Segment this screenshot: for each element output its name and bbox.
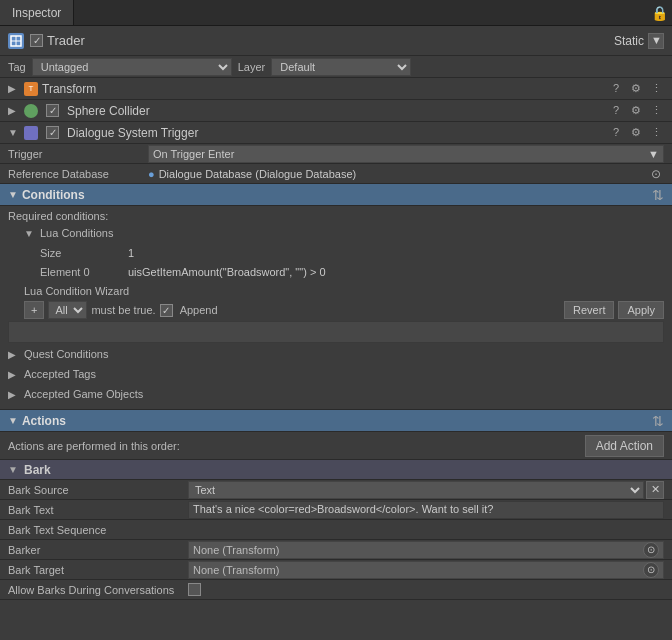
layer-label: Layer bbox=[238, 61, 266, 73]
dialogue-menu-icon[interactable]: ⋮ bbox=[648, 126, 664, 139]
object-name: Trader bbox=[47, 33, 614, 48]
revert-button[interactable]: Revert bbox=[564, 301, 614, 319]
help-icon[interactable]: ? bbox=[608, 82, 624, 95]
ref-db-dot: ● bbox=[148, 168, 155, 180]
conditions-area: Required conditions: ▼ Lua Conditions Si… bbox=[0, 206, 672, 410]
barker-value-wrapper: None (Transform) ⊙ bbox=[188, 541, 664, 559]
dialogue-label: Dialogue System Trigger bbox=[67, 126, 604, 140]
sphere-active-checkbox[interactable] bbox=[46, 104, 59, 117]
append-checkbox[interactable] bbox=[160, 304, 173, 317]
bark-source-row: Bark Source Text ✕ bbox=[0, 480, 672, 500]
conditions-expand-arrow: ▼ bbox=[8, 189, 18, 200]
ref-db-value-wrapper: ● Dialogue Database (Dialogue Database) bbox=[148, 168, 648, 180]
static-toggle: Static ▼ bbox=[614, 33, 664, 49]
tab-label: Inspector bbox=[12, 6, 61, 20]
dialogue-help-icon[interactable]: ? bbox=[608, 126, 624, 139]
inspector-tab[interactable]: Inspector bbox=[0, 0, 74, 25]
transform-label: Transform bbox=[42, 82, 604, 96]
transform-component[interactable]: ▶ T Transform ? ⚙ ⋮ bbox=[0, 78, 672, 100]
barker-select-button[interactable]: ⊙ bbox=[643, 542, 659, 558]
allow-barks-label: Allow Barks During Conversations bbox=[8, 584, 188, 596]
tag-select[interactable]: Untagged bbox=[32, 58, 232, 76]
lua-fields: Size 1 Element 0 uisGetItemAmount("Broad… bbox=[24, 244, 664, 281]
layer-select[interactable]: Default bbox=[271, 58, 411, 76]
bark-expand-arrow: ▼ bbox=[8, 464, 20, 475]
bark-text-row: Bark Text That's a nice <color=red>Broad… bbox=[0, 500, 672, 520]
ref-db-label: Reference Database bbox=[8, 168, 148, 180]
sphere-label: Sphere Collider bbox=[67, 104, 604, 118]
quest-conditions-label: Quest Conditions bbox=[24, 348, 108, 360]
bark-title: Bark bbox=[24, 463, 51, 477]
expand-arrow-transform: ▶ bbox=[8, 83, 20, 94]
quest-conditions-item[interactable]: ▶ Quest Conditions bbox=[8, 345, 664, 363]
conditions-section-right: ⇅ bbox=[652, 187, 664, 203]
trigger-field-row: Trigger On Trigger Enter ▼ bbox=[0, 144, 672, 164]
lua-wizard-section: Lua Condition Wizard + All must be true.… bbox=[24, 285, 664, 319]
ref-db-value: Dialogue Database (Dialogue Database) bbox=[159, 168, 357, 180]
bark-source-clear-button[interactable]: ✕ bbox=[646, 481, 664, 499]
actions-section-header[interactable]: ▼ Actions ⇅ bbox=[0, 410, 672, 432]
expand-arrow-sphere: ▶ bbox=[8, 105, 20, 116]
bark-text-value[interactable]: That's a nice <color=red>Broadsword</col… bbox=[188, 501, 664, 519]
sphere-settings-icon[interactable]: ⚙ bbox=[628, 104, 644, 117]
bark-source-select[interactable]: Text bbox=[188, 481, 644, 499]
lua-size-label: Size bbox=[40, 247, 120, 259]
must-be-label: must be true. bbox=[91, 304, 155, 316]
accepted-tags-item[interactable]: ▶ Accepted Tags bbox=[8, 365, 664, 383]
settings-icon[interactable]: ⚙ bbox=[628, 82, 644, 95]
lua-conditions-block: ▼ Lua Conditions Size 1 Element 0 uisGet… bbox=[8, 224, 664, 319]
active-checkbox[interactable] bbox=[30, 34, 43, 47]
bark-target-row: Bark Target None (Transform) ⊙ bbox=[0, 560, 672, 580]
required-label: Required conditions: bbox=[8, 210, 664, 222]
conditions-section-header[interactable]: ▼ Conditions ⇅ bbox=[0, 184, 672, 206]
lua-size-row: Size 1 bbox=[40, 244, 664, 262]
expand-arrow-dialogue: ▼ bbox=[8, 127, 20, 138]
actions-intro-row: Actions are performed in this order: Add… bbox=[0, 432, 672, 460]
apply-button[interactable]: Apply bbox=[618, 301, 664, 319]
reference-db-field-row: Reference Database ● Dialogue Database (… bbox=[0, 164, 672, 184]
sphere-collider-component[interactable]: ▶ Sphere Collider ? ⚙ ⋮ bbox=[0, 100, 672, 122]
sphere-icon bbox=[24, 104, 38, 118]
conditions-empty-area bbox=[8, 321, 664, 343]
dialogue-actions: ? ⚙ ⋮ bbox=[608, 126, 664, 139]
accepted-objects-expand-arrow: ▶ bbox=[8, 389, 20, 400]
plus-button[interactable]: + bbox=[24, 301, 44, 319]
add-action-button[interactable]: Add Action bbox=[585, 435, 664, 457]
actions-intro-text: Actions are performed in this order: bbox=[8, 440, 180, 452]
object-icon bbox=[8, 33, 24, 49]
bark-text-seq-label: Bark Text Sequence bbox=[8, 524, 188, 536]
append-check: Append bbox=[160, 304, 218, 317]
static-dropdown[interactable]: ▼ bbox=[648, 33, 664, 49]
bark-source-wrapper: Text ✕ bbox=[188, 481, 664, 499]
lua-element-value: uisGetItemAmount("Broadsword", "") > 0 bbox=[128, 266, 326, 278]
actions-section-right: ⇅ bbox=[652, 413, 664, 429]
sphere-help-icon[interactable]: ? bbox=[608, 104, 624, 117]
trigger-select[interactable]: On Trigger Enter ▼ bbox=[148, 145, 664, 163]
bark-section-header[interactable]: ▼ Bark bbox=[0, 460, 672, 480]
barker-row: Barker None (Transform) ⊙ bbox=[0, 540, 672, 560]
actions-title: Actions bbox=[22, 414, 66, 428]
accepted-tags-expand-arrow: ▶ bbox=[8, 369, 20, 380]
dialogue-trigger-component[interactable]: ▼ Dialogue System Trigger ? ⚙ ⋮ bbox=[0, 122, 672, 144]
quest-expand-arrow: ▶ bbox=[8, 349, 20, 360]
trigger-label: Trigger bbox=[8, 148, 148, 160]
sphere-menu-icon[interactable]: ⋮ bbox=[648, 104, 664, 117]
actions-more-icon[interactable]: ⇅ bbox=[652, 413, 664, 429]
bark-target-select-button[interactable]: ⊙ bbox=[643, 562, 659, 578]
conditions-title: Conditions bbox=[22, 188, 85, 202]
all-select[interactable]: All bbox=[48, 301, 87, 319]
accepted-objects-item[interactable]: ▶ Accepted Game Objects bbox=[8, 385, 664, 403]
ref-db-select-icon[interactable]: ⊙ bbox=[648, 167, 664, 181]
transform-icon: T bbox=[24, 82, 38, 96]
menu-icon[interactable]: ⋮ bbox=[648, 82, 664, 95]
allow-barks-checkbox[interactable] bbox=[188, 583, 201, 596]
dialogue-active-checkbox[interactable] bbox=[46, 126, 59, 139]
lua-wizard-row: + All must be true. Append Revert Apply bbox=[24, 301, 664, 319]
dialogue-settings-icon[interactable]: ⚙ bbox=[628, 126, 644, 139]
bark-target-value: None (Transform) bbox=[193, 564, 643, 576]
lua-conditions-header[interactable]: ▼ Lua Conditions bbox=[24, 224, 664, 242]
transform-actions: ? ⚙ ⋮ bbox=[608, 82, 664, 95]
trigger-value: On Trigger Enter bbox=[153, 148, 234, 160]
conditions-more-icon[interactable]: ⇅ bbox=[652, 187, 664, 203]
lua-expand-arrow: ▼ bbox=[24, 228, 36, 239]
